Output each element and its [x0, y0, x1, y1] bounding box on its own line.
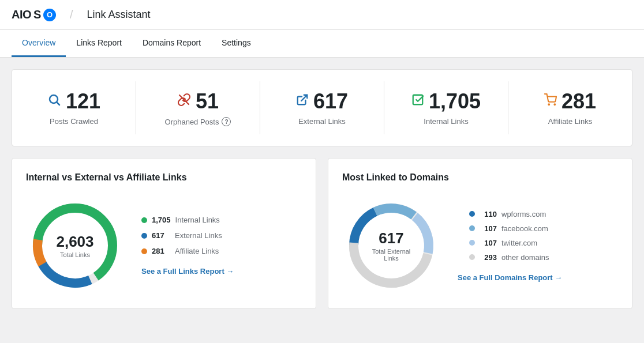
stats-card: 121 Posts Crawled 51 Orphaned Posts ? [12, 69, 632, 146]
legend-dot-external [141, 233, 147, 239]
domains-donut-center: 617 Total External Links [367, 230, 416, 262]
links-chart-body: 2,603 Total Links 1,705 Internal Links [26, 197, 302, 295]
svg-point-5 [548, 104, 549, 105]
stat-number-crawled: 121 [47, 89, 100, 114]
page-title: Link Assistant [87, 9, 150, 21]
legend-dot-other [469, 254, 475, 260]
stat-external-links: 617 External Links [260, 81, 384, 134]
stat-number-orphaned: 51 [177, 89, 219, 114]
links-chart-title: Internal vs External vs Affiliate Links [26, 172, 302, 183]
charts-row: Internal vs External vs Affiliate Links [12, 158, 632, 309]
main-content: 121 Posts Crawled 51 Orphaned Posts ? [0, 58, 644, 321]
stat-number-internal: 1,705 [411, 89, 481, 114]
domain-count-other: 293 [480, 253, 497, 262]
nav-tabs: Overview Links Report Domains Report Set… [0, 30, 644, 58]
header-divider: / [70, 8, 73, 21]
internal-link-icon [411, 93, 424, 110]
stat-orphaned-posts: 51 Orphaned Posts ? [136, 81, 260, 134]
domains-donut-chart: 617 Total External Links [342, 197, 440, 295]
external-link-icon [296, 93, 309, 110]
legend-count-external: 617 [152, 231, 170, 240]
see-full-links-report-link[interactable]: See a Full Links Report → [141, 267, 234, 276]
stat-posts-crawled: 121 Posts Crawled [12, 81, 136, 134]
see-full-domains-report-link[interactable]: See a Full Domains Report → [458, 273, 562, 282]
legend-dot-affiliate [141, 248, 147, 254]
domains-chart-title: Most Linked to Domains [342, 172, 618, 183]
domains-total-number: 617 [367, 230, 416, 247]
stat-label-external: External Links [298, 117, 346, 126]
stat-label-affiliate: Affiliate Links [548, 117, 592, 126]
tab-settings[interactable]: Settings [211, 30, 261, 57]
legend-dot-internal [141, 217, 147, 223]
links-donut-center: 2,603 Total Links [56, 233, 93, 258]
stat-label-internal: Internal Links [424, 117, 468, 126]
domain-row-twitter: 107 twitter.com [469, 239, 562, 247]
links-legend: 1,705 Internal Links 617 External Links … [141, 216, 234, 255]
legend-item-internal: 1,705 Internal Links [141, 216, 234, 224]
legend-label-internal: Internal Links [175, 216, 220, 224]
domain-row-wpforms: 110 wpforms.com [469, 210, 562, 218]
svg-point-6 [554, 104, 555, 105]
domain-name-facebook: facebook.com [501, 224, 548, 233]
tab-overview[interactable]: Overview [12, 30, 66, 57]
legend-dot-twitter [469, 240, 475, 246]
domain-count-wpforms: 110 [480, 210, 497, 218]
svg-rect-4 [413, 95, 423, 105]
legend-dot-facebook [469, 225, 475, 231]
domain-name-twitter: twitter.com [501, 239, 537, 247]
links-total-number: 2,603 [56, 233, 93, 250]
tab-links-report[interactable]: Links Report [66, 30, 132, 57]
stat-affiliate-links: 281 Affiliate Links [508, 81, 632, 134]
tab-domains-report[interactable]: Domains Report [132, 30, 211, 57]
links-total-label: Total Links [56, 251, 93, 258]
header: AIO S O / Link Assistant [0, 0, 644, 30]
domains-chart-card: Most Linked to Domains [328, 158, 632, 309]
affiliate-icon [544, 93, 557, 110]
links-legend-wrap: 1,705 Internal Links 617 External Links … [141, 216, 234, 276]
legend-label-external: External Links [175, 231, 222, 240]
logo-text-aio: AIO [12, 8, 31, 21]
domain-count-facebook: 107 [480, 224, 497, 233]
orphan-icon [177, 93, 191, 110]
logo-text-s: S [33, 8, 41, 21]
search-icon [47, 93, 61, 110]
domains-legend-wrap: 110 wpforms.com 107 facebook.com 107 twi… [458, 210, 562, 282]
domains-legend: 110 wpforms.com 107 facebook.com 107 twi… [469, 210, 562, 262]
logo-o-icon: O [43, 9, 56, 21]
domain-row-facebook: 107 facebook.com [469, 224, 562, 233]
domains-chart-body: 617 Total External Links 110 wpforms.com [342, 197, 618, 295]
legend-dot-wpforms [469, 211, 475, 217]
legend-count-internal: 1,705 [152, 216, 171, 224]
stat-number-affiliate: 281 [544, 89, 596, 114]
legend-label-affiliate: Affiliate Links [175, 247, 219, 255]
links-donut-chart: 2,603 Total Links [26, 197, 124, 295]
domain-count-twitter: 107 [480, 239, 497, 247]
legend-item-external: 617 External Links [141, 231, 234, 240]
links-chart-card: Internal vs External vs Affiliate Links [12, 158, 316, 309]
domain-name-other: other domains [501, 253, 549, 262]
legend-item-affiliate: 281 Affiliate Links [141, 247, 234, 255]
domains-total-label: Total External Links [367, 247, 416, 261]
stat-label-crawled: Posts Crawled [50, 117, 98, 126]
stat-internal-links: 1,705 Internal Links [384, 81, 508, 134]
stat-label-orphaned: Orphaned Posts ? [165, 117, 231, 126]
svg-line-1 [57, 103, 59, 105]
stat-number-external: 617 [296, 89, 348, 114]
legend-count-affiliate: 281 [152, 247, 170, 255]
svg-line-3 [301, 95, 307, 101]
domain-name-wpforms: wpforms.com [501, 210, 546, 218]
orphaned-help-icon[interactable]: ? [222, 117, 231, 126]
logo: AIO S O [12, 8, 56, 21]
domain-row-other: 293 other domains [469, 253, 562, 262]
